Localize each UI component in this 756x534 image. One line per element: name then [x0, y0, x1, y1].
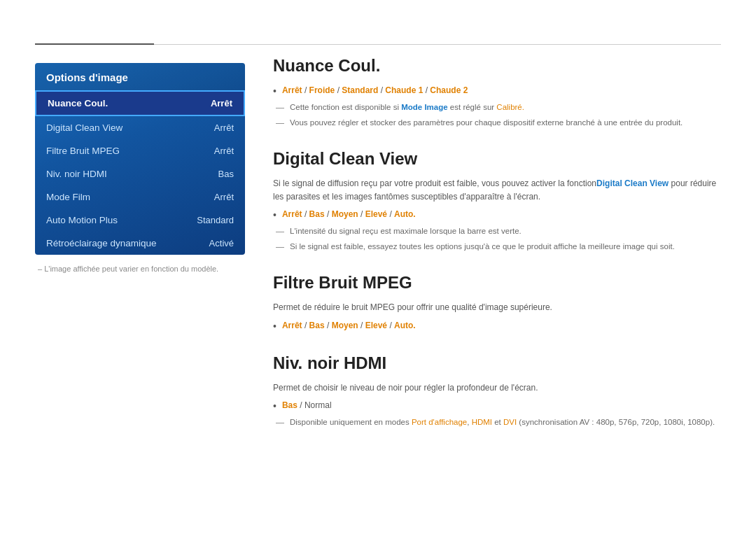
right-content: Nuance Coul. • Arrêt / Froide / Standard… — [273, 56, 721, 449]
menu-item-filtre-bruit-mpeg[interactable]: Filtre Bruit MPEG Arrêt — [35, 139, 245, 162]
dash-dcv-sym1: — — [276, 225, 284, 238]
bullet-dot-nnh: • — [273, 399, 276, 414]
dcv-description: Si le signal de diffusion reçu par votre… — [273, 177, 721, 204]
bullet-nuance-coul-options: • Arrêt / Froide / Standard / Chaude 1 /… — [273, 84, 721, 99]
menu-value-niv-noir-hdmi: Bas — [218, 169, 234, 179]
menu-value-retroeclairage: Activé — [209, 238, 234, 248]
menu-value-auto-motion-plus: Standard — [197, 215, 234, 225]
bullet-dot-1: • — [273, 84, 276, 99]
dash-text-nuance-1: Cette fonction est disponible si Mode Im… — [290, 101, 524, 113]
dcv-opt-arret: Arrêt — [282, 209, 302, 219]
dash-nnh-sym1: — — [276, 416, 284, 429]
fbm-opt-bas: Bas — [309, 321, 325, 330]
section-nuance-coul: Nuance Coul. • Arrêt / Froide / Standard… — [273, 56, 721, 129]
menu-value-nuance-coul: Arrêt — [211, 98, 232, 108]
nnh-opt-bas: Bas — [282, 400, 298, 410]
nuance-coul-options: Arrêt / Froide / Standard / Chaude 1 / C… — [282, 84, 468, 97]
dcv-opt-bas: Bas — [309, 209, 325, 219]
menu-label-nuance-coul: Nuance Coul. — [48, 98, 108, 108]
option-standard: Standard — [342, 85, 378, 95]
section-title-fbm: Filtre Bruit MPEG — [273, 273, 721, 293]
nnh-opt-normal: Normal — [304, 400, 332, 410]
menu-item-niv-noir-hdmi[interactable]: Niv. noir HDMI Bas — [35, 162, 245, 185]
left-panel: Options d'image Nuance Coul. Arrêt Digit… — [35, 63, 245, 273]
section-niv-noir-hdmi: Niv. noir HDMI Permet de choisir le nive… — [273, 353, 721, 429]
dash-text-dcv-1: L'intensité du signal reçu est maximale … — [290, 225, 522, 237]
dash-text-nnh-1: Disponible uniquement en modes Port d'af… — [290, 416, 715, 428]
section-digital-clean-view: Digital Clean View Si le signal de diffu… — [273, 149, 721, 253]
bullet-nnh-options: • Bas / Normal — [273, 399, 721, 414]
bullet-fbm-options: • Arrêt / Bas / Moyen / Elevé / Auto. — [273, 319, 721, 334]
section-title-dcv: Digital Clean View — [273, 149, 721, 169]
dcv-opt-auto: Auto. — [394, 209, 416, 219]
dash-sym-1: — — [276, 101, 284, 114]
fbm-description: Permet de réduire le bruit MPEG pour off… — [273, 301, 721, 314]
menu-value-filtre-bruit-mpeg: Arrêt — [214, 146, 234, 156]
bullet-dot-dcv: • — [273, 208, 276, 223]
link-calibre: Calibré. — [496, 103, 524, 111]
dcv-options: Arrêt / Bas / Moyen / Elevé / Auto. — [282, 208, 416, 221]
fbm-opt-moyen: Moyen — [332, 321, 358, 330]
section-filtre-bruit-mpeg: Filtre Bruit MPEG Permet de réduire le b… — [273, 273, 721, 333]
menu-label-auto-motion-plus: Auto Motion Plus — [46, 215, 118, 225]
dash-dcv-1: — L'intensité du signal reçu est maximal… — [273, 225, 721, 238]
menu-item-mode-film[interactable]: Mode Film Arrêt — [35, 185, 245, 209]
option-froide: Froide — [309, 85, 335, 95]
panel-footnote: – L'image affichée peut varier en foncti… — [35, 265, 245, 273]
fbm-opt-eleve: Elevé — [365, 321, 387, 330]
link-dvi: DVI — [503, 418, 517, 426]
section-body-nnh: Permet de choisir le niveau de noir pour… — [273, 381, 721, 429]
menu-item-nuance-coul[interactable]: Nuance Coul. Arrêt — [35, 90, 245, 116]
menu-label-digital-clean-view: Digital Clean View — [46, 122, 122, 133]
fbm-opt-auto: Auto. — [394, 321, 416, 330]
dcv-opt-eleve: Elevé — [365, 209, 387, 219]
option-arret: Arrêt — [282, 85, 302, 95]
link-hdmi: HDMI — [472, 418, 492, 426]
dash-dcv-sym2: — — [276, 241, 284, 253]
link-dcv: Digital Clean View — [596, 178, 668, 188]
fbm-options: Arrêt / Bas / Moyen / Elevé / Auto. — [282, 319, 416, 332]
panel-title: Options d'image — [35, 63, 245, 90]
menu-label-mode-film: Mode Film — [46, 192, 90, 202]
dash-sym-2: — — [276, 117, 284, 129]
nnh-options: Bas / Normal — [282, 399, 332, 412]
menu-value-mode-film: Arrêt — [214, 192, 234, 202]
dash-text-dcv-2: Si le signal est faible, essayez toutes … — [290, 241, 675, 253]
top-divider — [35, 43, 721, 45]
menu-item-retroeclairage[interactable]: Rétroéclairage dynamique Activé — [35, 232, 245, 255]
top-line-light — [154, 44, 721, 45]
fbm-opt-arret: Arrêt — [282, 321, 302, 330]
menu-label-niv-noir-hdmi: Niv. noir HDMI — [46, 169, 107, 179]
section-body-fbm: Permet de réduire le bruit MPEG pour off… — [273, 301, 721, 333]
sep1: / — [304, 85, 309, 95]
dash-text-nuance-2: Vous pouvez régler et stocker des paramè… — [290, 117, 682, 129]
bullet-dot-fbm: • — [273, 319, 276, 334]
option-chaude2: Chaude 2 — [430, 85, 468, 95]
section-title-nuance-coul: Nuance Coul. — [273, 56, 721, 76]
dash-nnh-1: — Disponible uniquement en modes Port d'… — [273, 416, 721, 429]
dash-dcv-2: — Si le signal est faible, essayez toute… — [273, 241, 721, 253]
link-port-affichage: Port d'affichage — [412, 418, 467, 426]
link-mode-image: Mode Image — [401, 103, 447, 111]
section-title-nnh: Niv. noir HDMI — [273, 353, 721, 373]
menu-item-auto-motion-plus[interactable]: Auto Motion Plus Standard — [35, 209, 245, 232]
nnh-description: Permet de choisir le niveau de noir pour… — [273, 381, 721, 395]
menu-value-digital-clean-view: Arrêt — [214, 122, 234, 133]
option-chaude1: Chaude 1 — [385, 85, 423, 95]
top-line-dark — [35, 43, 154, 45]
menu-label-filtre-bruit-mpeg: Filtre Bruit MPEG — [46, 146, 120, 156]
options-panel: Options d'image Nuance Coul. Arrêt Digit… — [35, 63, 245, 255]
menu-item-digital-clean-view[interactable]: Digital Clean View Arrêt — [35, 116, 245, 139]
section-body-nuance-coul: • Arrêt / Froide / Standard / Chaude 1 /… — [273, 84, 721, 129]
dash-nuance-mode-image: — Cette fonction est disponible si Mode … — [273, 101, 721, 114]
dcv-opt-moyen: Moyen — [332, 209, 358, 219]
bullet-dcv-options: • Arrêt / Bas / Moyen / Elevé / Auto. — [273, 208, 721, 223]
dash-nuance-regler: — Vous pouvez régler et stocker des para… — [273, 117, 721, 129]
menu-label-retroeclairage: Rétroéclairage dynamique — [46, 238, 157, 248]
section-body-dcv: Si le signal de diffusion reçu par votre… — [273, 177, 721, 253]
